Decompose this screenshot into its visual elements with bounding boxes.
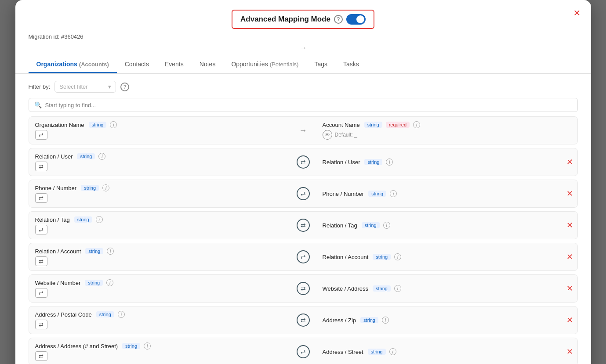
table-row: Address / Address (# and Street) string … — [29, 338, 578, 364]
right-field-type: string — [368, 349, 386, 355]
migration-id-row: Migration id: #360426 — [15, 33, 591, 42]
sync-icon[interactable]: ⇄ — [297, 345, 310, 358]
delete-button[interactable]: ✕ — [566, 157, 573, 167]
filter-help-icon[interactable]: ? — [120, 83, 129, 91]
left-info-icon[interactable]: i — [106, 279, 113, 286]
advanced-mapping-toggle[interactable] — [346, 14, 366, 25]
modal-header: Advanced Mapping Mode ? × — [15, 0, 591, 33]
filter-label: Filter by: — [29, 83, 51, 90]
sync-icon[interactable]: ⇄ — [297, 219, 310, 232]
right-field-name: Website / Address — [323, 285, 369, 292]
modal: Advanced Mapping Mode ? × Migration id: … — [15, 0, 591, 364]
transform-button[interactable]: ⇄ — [35, 320, 47, 329]
left-info-icon[interactable]: i — [96, 216, 103, 223]
mapping-right: Address / Street string i ✕ — [316, 344, 577, 360]
mapping-sync: ⇄ — [290, 187, 316, 200]
search-icon: 🔍 — [34, 101, 42, 108]
right-info-icon[interactable]: i — [394, 285, 401, 292]
left-info-icon[interactable]: i — [102, 184, 109, 191]
transform-button[interactable]: ⇄ — [35, 351, 47, 361]
right-info-icon[interactable]: i — [383, 222, 390, 229]
right-info-icon[interactable]: i — [382, 317, 389, 324]
tab-contacts[interactable]: Contacts — [117, 56, 157, 73]
right-field-type: string — [364, 159, 382, 165]
tab-tags[interactable]: Tags — [306, 56, 335, 73]
mapping-left: Phone / Number string i ⇄ — [29, 180, 290, 207]
tab-tasks[interactable]: Tasks — [335, 56, 367, 73]
transform-button[interactable]: ⇄ — [35, 256, 47, 266]
mapping-right: Relation / Tag string i ✕ — [316, 217, 577, 233]
tab-organizations[interactable]: Organizations(Accounts) — [29, 56, 117, 73]
left-field-name: Relation / User — [35, 153, 73, 160]
filter-placeholder: Select filter — [59, 83, 87, 90]
mapping-sync: ⇄ — [290, 155, 316, 169]
left-field-name: Organization Name — [35, 122, 84, 128]
left-info-icon[interactable]: i — [98, 153, 105, 160]
eye-icon[interactable]: 👁 — [323, 130, 332, 140]
transform-button[interactable]: ⇄ — [35, 193, 47, 203]
right-info-icon[interactable]: i — [390, 190, 397, 197]
delete-button[interactable]: ✕ — [566, 252, 573, 262]
transform-button[interactable]: ⇄ — [35, 288, 47, 298]
sync-icon[interactable]: ⇄ — [297, 314, 310, 327]
close-button[interactable]: × — [573, 7, 580, 18]
right-field-type: string — [373, 254, 391, 260]
sync-icon[interactable]: ⇄ — [297, 282, 310, 295]
mapping-right: Address / Zip string i ✕ — [316, 312, 577, 328]
filter-select[interactable]: Select filter ▾ — [54, 81, 116, 93]
left-info-icon[interactable]: i — [107, 248, 114, 255]
table-row: Phone / Number string i ⇄ ⇄ Phone / Numb… — [29, 180, 578, 208]
right-info-icon[interactable]: i — [386, 159, 393, 166]
direction-arrow: → — [15, 42, 591, 56]
search-input[interactable] — [45, 102, 572, 108]
left-info-icon[interactable]: i — [110, 121, 117, 128]
right-info-icon[interactable]: i — [394, 253, 401, 260]
tab-opportunities[interactable]: Opportunities(Potentials) — [223, 56, 306, 73]
sync-icon[interactable]: ⇄ — [297, 250, 310, 263]
right-field-name: Account Name — [323, 122, 360, 128]
advanced-mapping-label: Advanced Mapping Mode — [240, 15, 330, 24]
mapping-left: Address / Postal Code string i ⇄ — [29, 306, 290, 334]
left-field-type: string — [122, 343, 140, 349]
left-field-type: string — [85, 280, 103, 286]
left-info-icon[interactable]: i — [144, 342, 151, 350]
right-field-type: string — [373, 285, 391, 292]
right-info-icon[interactable]: i — [389, 348, 396, 355]
table-row: Relation / User string i ⇄ ⇄ Relation / … — [29, 148, 578, 176]
right-info-icon[interactable]: i — [413, 121, 420, 128]
sync-icon[interactable]: ⇄ — [297, 187, 310, 200]
delete-button[interactable]: ✕ — [566, 315, 573, 325]
mapping-left: Relation / User string i ⇄ — [29, 148, 290, 176]
tab-notes[interactable]: Notes — [192, 56, 224, 73]
delete-button[interactable]: ✕ — [566, 220, 573, 230]
right-field-type: string — [360, 317, 378, 323]
right-field-name: Address / Zip — [323, 317, 356, 324]
filter-row: Filter by: Select filter ▾ ? — [29, 81, 578, 93]
migration-id-label: Migration id: — [29, 33, 60, 40]
mapping-right: Website / Address string i ✕ — [316, 281, 577, 296]
delete-button[interactable]: ✕ — [566, 189, 573, 198]
right-field-name: Address / Street — [323, 349, 363, 355]
left-field-name: Relation / Account — [35, 248, 81, 255]
delete-button[interactable]: ✕ — [566, 284, 573, 293]
search-bar: 🔍 — [29, 98, 578, 112]
right-field-type: string — [364, 122, 382, 128]
mapping-arrow: → — [290, 126, 316, 135]
left-info-icon[interactable]: i — [118, 311, 125, 318]
left-field-name: Website / Number — [35, 280, 81, 286]
transform-button[interactable]: ⇄ — [35, 225, 47, 234]
delete-button[interactable]: ✕ — [566, 347, 573, 357]
left-field-name: Relation / Tag — [35, 216, 70, 223]
left-field-name: Address / Address (# and Street) — [35, 343, 118, 350]
help-icon[interactable]: ? — [334, 15, 343, 24]
tabs-bar: Organizations(Accounts) Contacts Events … — [15, 56, 591, 74]
left-field-type: string — [85, 248, 103, 254]
transform-button[interactable]: ⇄ — [35, 130, 47, 140]
mapping-left: Website / Number string i ⇄ — [29, 275, 290, 302]
left-field-name: Address / Postal Code — [35, 311, 92, 318]
sync-icon[interactable]: ⇄ — [297, 155, 310, 169]
tab-events[interactable]: Events — [157, 56, 192, 73]
transform-button[interactable]: ⇄ — [35, 162, 47, 171]
right-field-name: Relation / Tag — [323, 222, 357, 229]
mapping-right: Relation / User string i ✕ — [316, 154, 577, 170]
